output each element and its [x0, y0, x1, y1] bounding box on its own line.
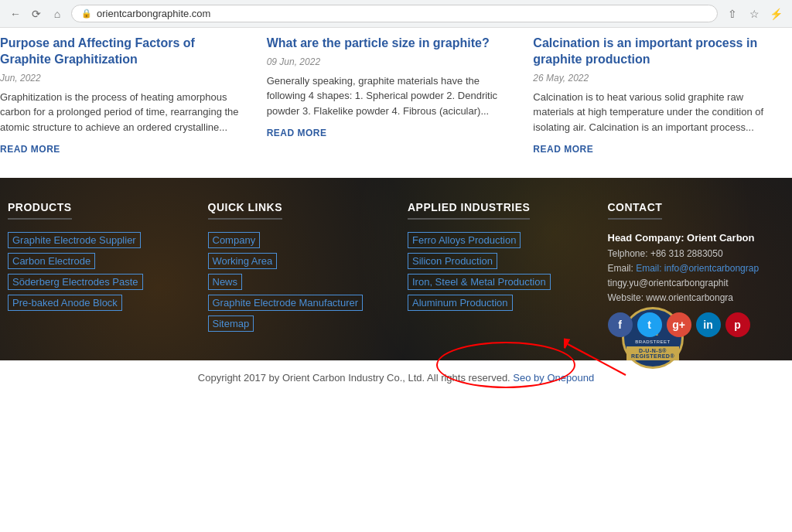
- dnb-text2: BRADSTREET: [635, 339, 670, 344]
- footer-link-soderberg[interactable]: Söderberg Electrodes Paste: [8, 274, 143, 290]
- article-1-read-more[interactable]: READ MORE: [0, 144, 60, 155]
- copyright-text: Copyright 2017 by Orient Carbon Industry…: [198, 372, 510, 384]
- article-2-title: What are the particle size in graphite?: [267, 36, 510, 52]
- footer-link-sitemap[interactable]: Sitemap: [208, 315, 254, 332]
- address-bar[interactable]: 🔒 orientcarbongraphite.com: [71, 5, 718, 22]
- extensions-button[interactable]: ⚡: [767, 5, 784, 22]
- forward-button[interactable]: ⟳: [29, 7, 43, 21]
- footer-link-iron-steel[interactable]: Iron, Steel & Metal Production: [408, 274, 551, 290]
- home-button[interactable]: ⌂: [50, 6, 65, 22]
- article-col-3: Calcination is an important process in g…: [525, 28, 792, 162]
- footer-link-news[interactable]: News: [208, 274, 243, 290]
- bookmark-button[interactable]: ☆: [746, 5, 763, 22]
- email-label: Email:: [608, 263, 637, 274]
- footer-industries: APPLIED INDUSTRIES Ferro Alloys Producti…: [392, 201, 592, 337]
- article-2-date: 09 Jun, 2022: [267, 56, 510, 67]
- share-button[interactable]: ⇧: [724, 5, 741, 22]
- article-3-excerpt: Calcination is to heat various solid gra…: [533, 90, 777, 135]
- dnb-registered: D-U-N-S® REGISTERED®: [626, 346, 679, 360]
- browser-chrome: ← ⟳ ⌂ 🔒 orientcarbongraphite.com ⇧ ☆ ⚡: [0, 0, 792, 28]
- footer-link-company[interactable]: Company: [208, 232, 261, 248]
- contact-website: Website: www.orientcarbongra: [608, 292, 777, 303]
- footer-link-aluminum[interactable]: Aluminum Production: [408, 295, 513, 311]
- articles-section: Purpose and Affecting Factors of Graphit…: [0, 28, 792, 178]
- article-col-1: Purpose and Affecting Factors of Graphit…: [0, 28, 259, 162]
- browser-actions: ⇧ ☆ ⚡: [724, 5, 784, 22]
- contact-heading: CONTACT: [608, 201, 663, 220]
- url-text: orientcarbongraphite.com: [97, 8, 210, 19]
- contact-email1: Email: Email: info@orientcarbongrap: [608, 263, 777, 274]
- seo-link[interactable]: Seo by Onepound: [513, 372, 594, 384]
- contact-phone: Telphone: +86 318 2883050: [608, 248, 777, 259]
- dnb-reg-text: REGISTERED®: [631, 353, 674, 359]
- contact-email1-link[interactable]: Email: info@orientcarbongrap: [636, 263, 759, 274]
- lock-icon: 🔒: [81, 9, 92, 19]
- twitter-icon[interactable]: t: [637, 312, 662, 337]
- article-2-excerpt: Generally speaking, graphite materials h…: [267, 73, 510, 119]
- article-3-read-more[interactable]: READ MORE: [533, 144, 593, 155]
- article-1-title: Purpose and Affecting Factors of Graphit…: [0, 36, 244, 68]
- products-heading: PRODUCTS: [8, 201, 72, 220]
- back-button[interactable]: ←: [8, 6, 23, 22]
- contact-company: Head Company: Orient Carbon: [608, 232, 777, 244]
- footer-link-ferro[interactable]: Ferro Alloys Production: [408, 232, 521, 248]
- quick-links-heading: QUICK LINKS: [208, 201, 283, 220]
- footer-link-manufacturer[interactable]: Graphite Electrode Manufacturer: [208, 295, 364, 311]
- footer-link-prebaked[interactable]: Pre-baked Anode Block: [8, 295, 122, 311]
- googleplus-icon[interactable]: g+: [667, 312, 691, 337]
- industries-heading: APPLIED INDUSTRIES: [408, 201, 530, 220]
- footer-link-graphite-electrode[interactable]: Graphite Electrode Supplier: [8, 232, 141, 248]
- footer-link-carbon-electrode[interactable]: Carbon Electrode: [8, 253, 95, 269]
- article-1-date: Jun, 2022: [0, 73, 244, 84]
- footer-quick-links: QUICK LINKS Company Working Area News Gr…: [193, 201, 393, 337]
- footer-link-silicon[interactable]: Silicon Production: [408, 253, 497, 269]
- article-3-date: 26 May, 2022: [533, 73, 777, 84]
- article-2-read-more[interactable]: READ MORE: [267, 128, 327, 138]
- article-3-title: Calcination is an important process in g…: [533, 36, 777, 68]
- footer-bottom: Copyright 2017 by Orient Carbon Industry…: [0, 360, 792, 394]
- footer-dark: PRODUCTS Graphite Electrode Supplier Car…: [0, 178, 792, 360]
- article-1-excerpt: Graphitization is the process of heating…: [0, 90, 244, 135]
- footer-contact: CONTACT Head Company: Orient Carbon Telp…: [592, 201, 793, 337]
- footer-link-working-area[interactable]: Working Area: [208, 253, 278, 269]
- contact-email2: tingy.yu@orientcarbongraphit: [608, 278, 777, 288]
- footer-content: PRODUCTS Graphite Electrode Supplier Car…: [0, 201, 792, 337]
- facebook-icon[interactable]: f: [608, 312, 633, 337]
- footer-products: PRODUCTS Graphite Electrode Supplier Car…: [0, 201, 193, 337]
- article-col-2: What are the particle size in graphite? …: [259, 28, 526, 162]
- linkedin-icon[interactable]: in: [696, 312, 721, 337]
- dnb-duns: D-U-N-S®: [631, 348, 674, 353]
- pinterest-icon[interactable]: p: [725, 312, 750, 337]
- social-icons: f t g+ in p: [608, 312, 777, 337]
